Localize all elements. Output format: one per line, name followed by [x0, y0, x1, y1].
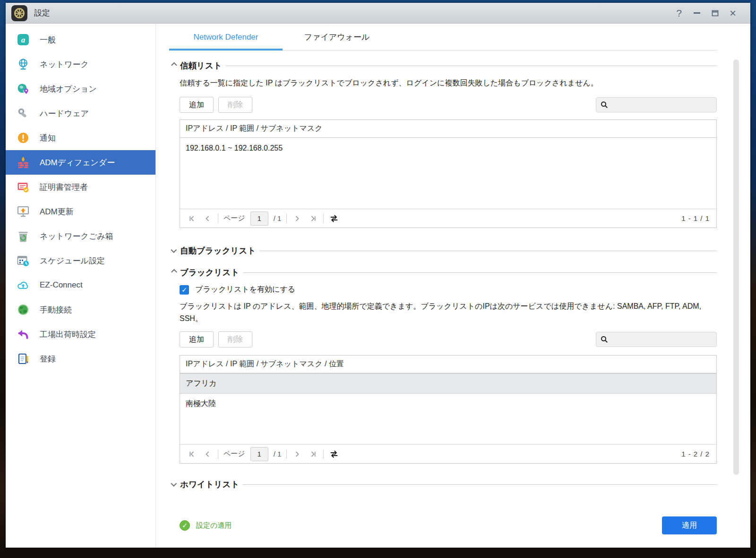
network-defender-page: 信頼リスト 信頼する一覧に指定した IP はブラックリストでブロックされず、ログ… — [156, 51, 750, 534]
section-rule — [243, 484, 717, 485]
sidebar-item-ez-connect[interactable]: EZ-Connect — [6, 273, 155, 297]
auto-blacklist-section-header[interactable]: 自動ブラックリスト — [180, 245, 717, 256]
next-page-button[interactable] — [292, 449, 302, 459]
divider — [286, 449, 287, 459]
titlebar: 設定 ? × — [6, 3, 750, 24]
sidebar-item-manual-connect[interactable]: 手動接続 — [6, 297, 155, 322]
delete-button[interactable]: 削除 — [218, 97, 252, 113]
sidebar-item-network[interactable]: ネットワーク — [6, 52, 155, 76]
blacklist-section-header[interactable]: ブラックリスト — [180, 267, 717, 278]
desktop-background: 設定 ? × a 一般 — [0, 0, 756, 558]
table-row[interactable]: アフリカ — [180, 373, 716, 394]
firewall-icon — [17, 156, 29, 169]
blacklist-description: ブラックリストは IP のアドレス、範囲、地理的場所で定義できます。ブラックリス… — [180, 300, 706, 325]
enable-blacklist-row: ✓ ブラックリストを有効にする — [180, 285, 717, 295]
tab-network-defender[interactable]: Network Defender — [169, 24, 283, 51]
close-button[interactable]: × — [726, 6, 740, 20]
registration-clipboard-icon — [17, 353, 29, 365]
table-body: 192.168.0.1 ~ 192.168.0.255 — [180, 138, 716, 209]
trusted-list-section-header[interactable]: 信頼リスト — [180, 60, 717, 71]
page-number-input[interactable]: 1 — [250, 211, 268, 226]
status-text: 設定の適用 — [196, 521, 232, 530]
section-rule — [259, 251, 717, 251]
ez-connect-cloud-icon — [17, 279, 29, 291]
divider — [218, 214, 218, 223]
divider — [323, 449, 324, 459]
blacklist-table: IPアドレス / IP 範囲 / サブネットマスク / 位置 アフリカ 南極大陸… — [180, 355, 717, 464]
sidebar-item-network-recycle-bin[interactable]: ネットワークごみ箱 — [6, 224, 155, 248]
collapse-caret-icon — [171, 62, 177, 68]
table-row[interactable]: 南極大陸 — [180, 394, 716, 414]
help-button[interactable]: ? — [672, 6, 686, 20]
search-input[interactable] — [611, 101, 712, 109]
divider — [218, 449, 218, 459]
sidebar-item-adm-update[interactable]: ADM更新 — [6, 199, 155, 224]
search-box — [596, 97, 717, 112]
network-recycle-bin-icon — [17, 230, 29, 242]
refresh-icon[interactable] — [329, 449, 339, 459]
expand-caret-icon — [171, 481, 177, 487]
section-title: 信頼リスト — [180, 60, 222, 71]
sidebar-item-adm-defender[interactable]: ADMディフェンダー — [6, 150, 155, 175]
window-controls: ? × — [672, 6, 750, 20]
next-page-button[interactable] — [292, 213, 302, 224]
panel-footer: ✓ 設定の適用 適用 — [180, 516, 717, 534]
collapse-caret-icon — [171, 269, 177, 275]
table-row[interactable]: 192.168.0.1 ~ 192.168.0.255 — [180, 138, 716, 158]
sidebar-item-general[interactable]: a 一般 — [6, 27, 155, 52]
sidebar-item-registration[interactable]: 登録 — [6, 347, 155, 371]
prev-page-button[interactable] — [202, 449, 213, 459]
first-page-button[interactable] — [187, 449, 197, 459]
sidebar-item-hardware[interactable]: ハードウェア — [6, 101, 155, 126]
section-title: 自動ブラックリスト — [180, 245, 256, 256]
tab-firewall[interactable]: ファイアウォール — [283, 24, 391, 51]
notification-alert-icon — [17, 132, 29, 144]
sidebar-item-regional-options[interactable]: 地域オプション — [6, 76, 155, 101]
certificate-icon — [17, 181, 29, 193]
sidebar-item-schedule-settings[interactable]: スケジュール設定 — [6, 248, 155, 273]
table-body: アフリカ 南極大陸 — [180, 373, 716, 444]
row-range: 1 - 2 / 2 — [681, 450, 710, 458]
settings-window: 設定 ? × a 一般 — [6, 3, 750, 548]
factory-reset-undo-icon — [17, 328, 29, 340]
window-title: 設定 — [34, 8, 50, 18]
pagination-bar: ページ 1 / 1 1 - 2 / 2 — [180, 444, 716, 463]
sidebar-item-factory-default[interactable]: 工場出荷時設定 — [6, 322, 155, 347]
last-page-button[interactable] — [308, 213, 318, 224]
status-check-icon: ✓ — [180, 520, 190, 531]
refresh-icon[interactable] — [329, 213, 339, 224]
delete-button[interactable]: 削除 — [218, 331, 252, 347]
vertical-scrollbar[interactable] — [733, 59, 739, 475]
divider — [286, 214, 287, 223]
adm-update-icon — [17, 205, 29, 218]
sidebar-item-certificate-manager[interactable]: 証明書管理者 — [6, 175, 155, 199]
table-header: IPアドレス / IP 範囲 / サブネットマスク / 位置 — [180, 355, 716, 373]
last-page-button[interactable] — [308, 449, 318, 459]
settings-gear-icon — [11, 5, 27, 21]
page-total: / 1 — [274, 214, 282, 222]
schedule-calendar-icon — [17, 254, 29, 267]
first-page-button[interactable] — [187, 213, 197, 224]
enable-blacklist-checkbox[interactable]: ✓ — [180, 285, 189, 295]
blacklist-toolbar: 追加 削除 — [180, 331, 717, 347]
page-label: ページ — [223, 214, 245, 223]
apply-button[interactable]: 適用 — [662, 516, 717, 534]
sidebar-item-notification[interactable]: 通知 — [6, 126, 155, 150]
apply-status: ✓ 設定の適用 — [180, 520, 232, 531]
table-header: IPアドレス / IP 範囲 / サブネットマスク — [180, 120, 716, 138]
add-button[interactable]: 追加 — [180, 97, 214, 113]
page-number-input[interactable]: 1 — [250, 447, 268, 461]
network-globe-icon — [17, 58, 29, 70]
whitelist-section-header[interactable]: ホワイトリスト — [180, 479, 717, 490]
minimize-button[interactable] — [690, 6, 704, 20]
maximize-button[interactable] — [708, 6, 722, 20]
expand-caret-icon — [171, 247, 177, 253]
prev-page-button[interactable] — [202, 213, 213, 224]
add-button[interactable]: 追加 — [180, 331, 214, 347]
maximize-icon — [711, 9, 719, 17]
search-box — [596, 332, 717, 347]
hardware-wrench-icon — [17, 107, 29, 119]
divider — [323, 214, 324, 223]
page-total: / 1 — [274, 450, 282, 458]
search-input[interactable] — [611, 336, 712, 344]
